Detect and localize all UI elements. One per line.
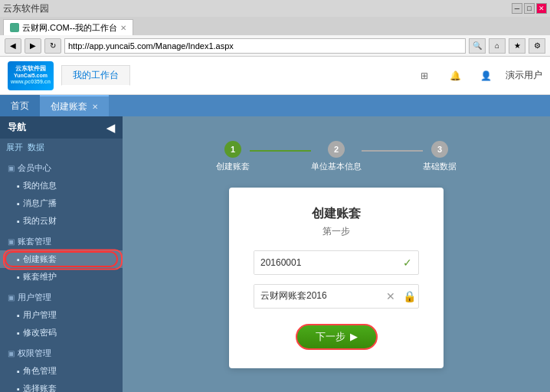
next-btn-label: 下一步 (316, 330, 345, 344)
account-code-field: ✓ (254, 250, 419, 275)
form-card: 创建账套 第一步 ✓ ✕ 🔒 (229, 188, 444, 368)
logo-image: 云东软件园 YunCai5.com www.pc0359.cn (8, 61, 54, 90)
forward-button[interactable]: ▶ (25, 38, 41, 54)
app-page-tabs: 首页 创建账套 ✕ (0, 95, 550, 116)
step-line-1 (250, 150, 311, 152)
account-name-input[interactable] (254, 285, 381, 308)
maximize-button[interactable]: □ (524, 3, 535, 14)
form-card-wrapper: 创建账套 第一步 ✓ ✕ 🔒 (138, 188, 535, 368)
section-icon-permission: ▣ (8, 349, 15, 358)
clear-icon[interactable]: ✕ (381, 284, 400, 309)
user-label: 演示用户 (506, 69, 542, 82)
next-btn-wrapper: 下一步 ▶ (254, 318, 419, 350)
form-subtitle: 第一步 (254, 225, 419, 238)
address-input[interactable] (64, 38, 466, 54)
step-3: 3 基础数据 (423, 141, 457, 172)
star-icon[interactable]: ★ (509, 38, 525, 54)
title-text: 云东软件园 (3, 2, 49, 15)
browser-tab-bar: 云财网.COM--我的工作台 ✕ (0, 17, 550, 35)
section-icon-account: ▣ (8, 237, 15, 246)
section-icon-member: ▣ (8, 164, 15, 172)
sidebar-item-icon: ▪ (17, 199, 20, 208)
page-tab-home[interactable]: 首页 (0, 95, 40, 116)
sidebar-title: 导航 (8, 121, 26, 134)
section-icon-user: ▣ (8, 293, 15, 302)
sidebar-item-myinfo[interactable]: ▪ 我的信息 (0, 177, 123, 194)
step-1-circle: 1 (224, 141, 241, 158)
sidebar-item-myyuncai[interactable]: ▪ 我的云财 (0, 212, 123, 230)
step-3-label: 基础数据 (423, 161, 457, 172)
sidebar-toggle: 展开 数据 (0, 139, 123, 156)
tab-close-icon[interactable]: ✕ (120, 24, 126, 32)
account-code-input[interactable] (254, 251, 397, 274)
app-nav-tabs: 我的工作台 (61, 65, 130, 86)
step-line-2 (362, 150, 423, 152)
sidebar-item-icon: ▪ (17, 328, 20, 338)
sidebar-item-user-manage[interactable]: ▪ 用户管理 (0, 306, 123, 324)
workbench-tab[interactable]: 我的工作台 (61, 65, 130, 86)
sidebar-section-user: ▣ 用户管理 ▪ 用户管理 ▪ 修改密码 (0, 289, 123, 341)
sidebar-item-role-manage[interactable]: ▪ 角色管理 (0, 362, 123, 380)
sidebar-header: 导航 ◀ (0, 116, 123, 139)
content-area: 1 创建账套 2 单位基本信息 3 基础数据 创建账套 第一步 (123, 116, 550, 392)
search-icon[interactable]: 🔍 (469, 38, 486, 54)
refresh-button[interactable]: ↻ (44, 38, 61, 54)
data-toggle[interactable]: 数据 (28, 142, 44, 153)
sidebar-collapse-icon[interactable]: ◀ (106, 122, 115, 134)
lock-icon: 🔒 (400, 284, 418, 309)
browser-tab-1[interactable]: 云财网.COM--我的工作台 ✕ (3, 19, 133, 35)
sidebar-item-select-account[interactable]: ▪ 选择账套 (0, 380, 123, 392)
step-1: 1 创建账套 (216, 141, 250, 172)
sidebar-item-account-maintain[interactable]: ▪ 账套维护 (0, 268, 123, 286)
app-logo: 云东软件园 YunCai5.com www.pc0359.cn (8, 61, 54, 90)
sidebar-item-icon: ▪ (17, 384, 20, 393)
home-icon[interactable]: ⌂ (489, 38, 506, 54)
close-button[interactable]: ✕ (536, 3, 547, 14)
sidebar-item-icon: ▪ (17, 217, 20, 226)
sidebar-item-create-account[interactable]: ▪ 创建账套 (0, 250, 123, 268)
tab-label: 云财网.COM--我的工作台 (22, 22, 117, 34)
page-tab-create-account[interactable]: 创建账套 ✕ (40, 95, 109, 116)
wizard-container: 1 创建账套 2 单位基本信息 3 基础数据 创建账套 第一步 (138, 141, 535, 368)
sidebar-item-change-password[interactable]: ▪ 修改密码 (0, 324, 123, 341)
app-header-right: ⊞ 🔔 👤 演示用户 (414, 65, 542, 87)
settings-icon[interactable]: ⚙ (529, 38, 545, 54)
step-3-circle: 3 (431, 141, 448, 158)
next-btn-icon: ▶ (350, 331, 358, 342)
sidebar-item-icon: ▪ (17, 255, 20, 264)
window-controls[interactable]: ─ □ ✕ (512, 3, 547, 14)
step-1-label: 创建账套 (216, 161, 250, 172)
step-2-circle: 2 (328, 141, 345, 158)
back-button[interactable]: ◀ (5, 38, 21, 54)
highlight-ring (5, 251, 118, 267)
sidebar-section-permission: ▣ 权限管理 ▪ 角色管理 ▪ 选择账套 (0, 345, 123, 392)
user-icon[interactable]: 👤 (475, 65, 496, 87)
sidebar: 导航 ◀ 展开 数据 ▣ 会员中心 ▪ 我的信息 ▪ 消息广播 ▪ 我的云财 (0, 116, 123, 392)
sidebar-item-broadcast[interactable]: ▪ 消息广播 (0, 194, 123, 212)
tab-favicon (10, 23, 19, 32)
next-button[interactable]: 下一步 ▶ (296, 324, 378, 350)
expand-toggle[interactable]: 展开 (6, 142, 23, 153)
minimize-button[interactable]: ─ (512, 3, 522, 14)
home-nav-icon[interactable]: ⊞ (414, 65, 435, 87)
sidebar-section-account: ▣ 账套管理 ▪ 创建账套 ▪ 账套维护 (0, 233, 123, 286)
main-layout: 导航 ◀ 展开 数据 ▣ 会员中心 ▪ 我的信息 ▪ 消息广播 ▪ 我的云财 (0, 116, 550, 392)
address-bar: ◀ ▶ ↻ 🔍 ⌂ ★ ⚙ (0, 35, 550, 57)
sidebar-item-icon: ▪ (17, 273, 20, 282)
step-2-label: 单位基本信息 (311, 161, 362, 172)
account-name-field: ✕ 🔒 (254, 284, 419, 309)
form-title: 创建账套 (254, 206, 419, 222)
page-tab-close-icon[interactable]: ✕ (92, 103, 98, 111)
sidebar-section-title-account: ▣ 账套管理 (0, 233, 123, 250)
sidebar-section-title-member: ▣ 会员中心 (0, 159, 123, 177)
sidebar-item-icon: ▪ (17, 311, 20, 320)
bell-icon[interactable]: 🔔 (444, 65, 466, 87)
title-bar: 云东软件园 ─ □ ✕ (0, 0, 550, 17)
logo-sub: www.pc0359.cn (11, 79, 51, 85)
step-2: 2 单位基本信息 (311, 141, 362, 172)
sidebar-section-title-permission: ▣ 权限管理 (0, 345, 123, 362)
sidebar-item-icon: ▪ (17, 367, 20, 376)
sidebar-item-icon: ▪ (17, 181, 20, 191)
sidebar-section-title-user: ▣ 用户管理 (0, 289, 123, 306)
sidebar-section-member: ▣ 会员中心 ▪ 我的信息 ▪ 消息广播 ▪ 我的云财 (0, 159, 123, 230)
